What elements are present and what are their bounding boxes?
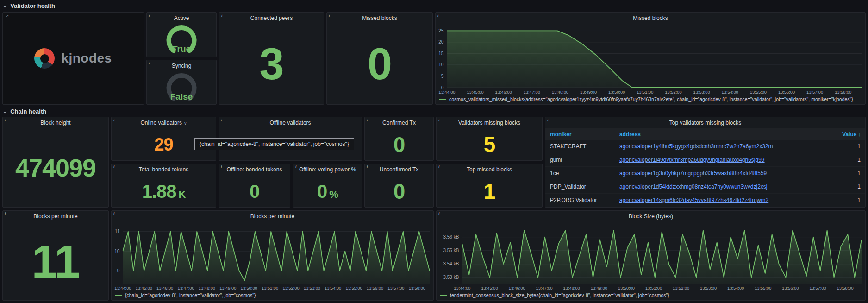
svg-text:13:50:00: 13:50:00 xyxy=(608,90,625,95)
address-link[interactable]: agoricvaloper1g3u0yhkp7mgcpgph33r5waxh8t… xyxy=(619,170,767,177)
panel-info-icon[interactable]: i xyxy=(437,13,439,18)
external-link-icon[interactable]: ↗ xyxy=(5,13,9,19)
svg-text:13:52:00: 13:52:00 xyxy=(665,90,681,95)
panel-title[interactable]: Offline: bonded tokens xyxy=(219,164,290,175)
time-series-chart[interactable]: 051015202513:44:0013:45:0013:46:0013:47:… xyxy=(436,24,865,95)
svg-text:13:51:00: 13:51:00 xyxy=(262,286,278,290)
panel-info-icon[interactable]: i xyxy=(113,164,115,169)
address-link[interactable]: agoricvaloper1y4lhu5kgygx4gdsdcnh3mnrc7w… xyxy=(619,143,773,150)
panel-info-icon[interactable]: i xyxy=(438,118,440,122)
svg-text:13:58:00: 13:58:00 xyxy=(837,286,853,290)
moniker-cell: 1ce xyxy=(545,170,615,177)
svg-text:13:53:00: 13:53:00 xyxy=(700,286,717,290)
panel-title[interactable]: Total bonded tokens xyxy=(112,164,216,175)
time-series-chart[interactable]: 3.53 kB3.54 kB3.55 kB3.56 kB13:44:0013:4… xyxy=(437,222,865,291)
address-cell: agoricvaloper1y4lhu5kgygx4gdsdcnh3mnrc7w… xyxy=(615,143,828,150)
address-cell: agoricvaloper1g3u0yhkp7mgcpgph33r5waxh8t… xyxy=(615,170,828,177)
panel-title[interactable]: Blocks per minute xyxy=(3,211,108,222)
panel-title[interactable]: Block height xyxy=(3,117,108,128)
panel-info-icon[interactable]: i xyxy=(5,211,6,216)
svg-text:13:49:00: 13:49:00 xyxy=(591,286,607,290)
svg-text:13:51:00: 13:51:00 xyxy=(645,286,662,290)
stat-value: 0 xyxy=(393,181,405,202)
panel-info-icon[interactable]: i xyxy=(149,13,150,18)
panel-info-icon[interactable]: i xyxy=(329,13,330,18)
stat-value: 0 xyxy=(368,42,392,86)
panel-title[interactable]: Active xyxy=(147,13,216,24)
series-label[interactable]: {chain_id="agoricdev-8", instance="valid… xyxy=(125,292,256,298)
panel-title[interactable]: Missed blocks xyxy=(327,13,432,24)
moniker-cell: gumi xyxy=(545,157,615,163)
svg-text:13:56:00: 13:56:00 xyxy=(367,286,383,290)
panel-info-icon[interactable]: i xyxy=(149,61,150,65)
svg-text:13:58:00: 13:58:00 xyxy=(835,90,851,95)
svg-text:13:55:00: 13:55:00 xyxy=(750,90,767,95)
panel-info-icon[interactable]: i xyxy=(295,164,297,169)
panel-title[interactable]: Connected peers xyxy=(219,13,324,24)
panel-title[interactable]: Offline validators xyxy=(219,117,362,128)
panel-info-icon[interactable]: i xyxy=(438,211,440,216)
panel-title[interactable]: Syncing xyxy=(147,60,216,71)
svg-text:13:52:00: 13:52:00 xyxy=(282,286,299,290)
svg-text:13:55:00: 13:55:00 xyxy=(755,286,771,290)
panel-title[interactable]: Offline: voting power % xyxy=(293,164,362,175)
column-header-moniker[interactable]: moniker xyxy=(545,131,615,138)
panel-title[interactable]: Blocks per minute xyxy=(112,211,433,222)
svg-text:13:45:00: 13:45:00 xyxy=(481,286,498,290)
panel-info-icon[interactable]: i xyxy=(367,164,368,169)
svg-text:13:47:00: 13:47:00 xyxy=(177,286,194,290)
table-body: STAKECRAFTagoricvaloper1y4lhu5kgygx4gdsd… xyxy=(545,140,865,207)
section-chain-health[interactable]: ⌄ Chain health xyxy=(3,107,46,116)
panel-title[interactable]: Missed blocks xyxy=(436,13,865,24)
panel-title[interactable]: Top validators missing blocks xyxy=(545,117,865,128)
panel-title[interactable]: Unconfirmed Tx xyxy=(365,164,433,175)
panel-info-icon[interactable]: i xyxy=(221,13,223,18)
series-label[interactable]: tendermint_consensus_block_size_bytes{ch… xyxy=(450,292,669,298)
svg-text:13:52:00: 13:52:00 xyxy=(673,286,689,290)
panel-confirmed-tx: i Confirmed Tx 0 xyxy=(364,117,434,161)
address-cell: agoricvaloper1d54ktdzxxhmg08nz4tca7hy0ww… xyxy=(615,183,828,190)
chart-legend: cosmos_validators_missed_blocks{address=… xyxy=(436,95,865,104)
panel-title[interactable]: Top missed blocks xyxy=(437,164,542,175)
panel-title[interactable]: Block Size (bytes) xyxy=(437,211,865,222)
panel-missed-blocks-stat: i Missed blocks 0 xyxy=(326,12,433,105)
svg-text:13:54:00: 13:54:00 xyxy=(722,90,738,95)
panel-info-icon[interactable]: i xyxy=(438,164,440,169)
panel-info-icon[interactable]: i xyxy=(113,118,115,122)
column-header-address[interactable]: address xyxy=(615,131,828,138)
panel-menu-caret-icon[interactable]: ∨ xyxy=(184,121,187,126)
address-link[interactable]: agoricvaloper14sgm6fc32dav45vva8f97zhs46… xyxy=(619,197,768,203)
panel-info-icon[interactable]: i xyxy=(5,118,6,122)
panel-info-icon[interactable]: i xyxy=(113,211,115,216)
series-label[interactable]: cosmos_validators_missed_blocks{address=… xyxy=(449,96,853,102)
svg-text:13:55:00: 13:55:00 xyxy=(345,286,362,290)
svg-text:20: 20 xyxy=(438,39,444,44)
section-validator-health[interactable]: ⌄ Validator health xyxy=(3,1,55,10)
gauge-value: False xyxy=(147,92,216,102)
panel-block-size-chart: i Block Size (bytes) 3.53 kB3.54 kB3.55 … xyxy=(436,210,866,301)
table-row: P2P.ORG Validatoragoricvaloper14sgm6fc32… xyxy=(545,194,865,207)
panel-info-icon[interactable]: i xyxy=(221,118,222,122)
moniker-cell: PDP_Validator xyxy=(545,183,615,190)
panel-info-icon[interactable]: i xyxy=(547,118,549,122)
panel-info-icon[interactable]: i xyxy=(221,164,222,169)
time-series-chart[interactable]: 9101113:44:0013:45:0013:46:0013:47:0013:… xyxy=(112,222,433,291)
panel-info-icon[interactable]: i xyxy=(367,118,368,122)
address-link[interactable]: agoricvaloper1d54ktdzxxhmg08nz4tca7hy0ww… xyxy=(619,183,768,190)
svg-text:13:48:00: 13:48:00 xyxy=(199,286,215,290)
gauge: True xyxy=(147,24,216,57)
series-swatch-icon xyxy=(440,295,447,296)
panel-title[interactable]: Validators missing blocks xyxy=(437,117,542,128)
svg-text:3.53 kB: 3.53 kB xyxy=(443,275,459,280)
panel-title[interactable]: Confirmed Tx xyxy=(365,117,433,128)
address-link[interactable]: agoricvaloper1l49dvtxmr3mpa6udgy9hglahla… xyxy=(619,157,765,163)
panel-top-missed-blocks: i Top missed blocks 1 xyxy=(436,164,543,208)
value-cell: 1 xyxy=(828,170,865,177)
svg-text:13:50:00: 13:50:00 xyxy=(241,286,257,290)
address-cell: agoricvaloper14sgm6fc32dav45vva8f97zhs46… xyxy=(615,197,828,203)
stat-value: 0 xyxy=(393,134,405,155)
panel-title[interactable]: Online validators∨ xyxy=(112,117,216,128)
section-title: Chain health xyxy=(10,108,46,115)
svg-text:13:48:00: 13:48:00 xyxy=(552,90,568,95)
column-header-value[interactable]: Value↓ xyxy=(828,131,865,138)
